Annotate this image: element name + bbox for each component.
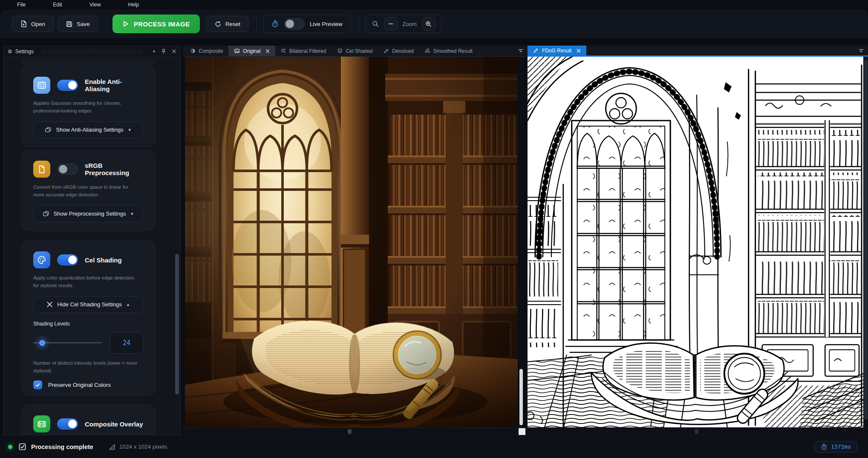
status-bar: Processing complete 1024 x 1024 pixels 1… (0, 435, 868, 458)
tab-composite[interactable]: Composite (185, 46, 228, 56)
mask-icon (337, 48, 343, 54)
toggle-knob (68, 81, 77, 89)
tab-overflow-icon[interactable] (518, 48, 524, 54)
center-vertical-scrollbar (519, 57, 524, 427)
smooth-icon (425, 48, 430, 54)
toolbar: Open Save PROCESS IMAGE Reset Li (0, 9, 868, 38)
slider-thumb[interactable] (39, 340, 45, 346)
zoom-group: Zoom (366, 14, 442, 33)
shading-levels-slider[interactable] (33, 342, 101, 343)
tab-overflow-icon[interactable] (858, 48, 864, 54)
tab-denoised[interactable]: Denoised (378, 46, 419, 56)
chevron-down-icon[interactable]: ▾ (153, 49, 155, 54)
zoom-label: Zoom (403, 21, 417, 27)
film-icon (33, 415, 50, 432)
settings-scrollbar-thumb[interactable] (175, 254, 179, 395)
fdog-result-canvas[interactable] (528, 57, 863, 427)
composite-overlay-title: Composite Overlay (85, 421, 143, 428)
zoom-in-button[interactable] (422, 17, 435, 31)
tab-cel-shaded[interactable]: Cel Shaded (332, 46, 378, 56)
settings-panel-title: Settings (15, 49, 34, 55)
open-label: Open (31, 21, 45, 27)
composite-overlay-toggle[interactable] (57, 418, 78, 429)
menu-file[interactable]: File (17, 2, 26, 8)
center-vertical-scrollbar-thumb[interactable] (519, 369, 523, 425)
zoom-out-button[interactable] (384, 17, 398, 31)
hide-cel-shading-settings-label: Hide Cel Shading Settings (57, 301, 122, 308)
tab-close-icon[interactable] (265, 49, 270, 53)
original-image-canvas[interactable] (185, 57, 518, 427)
toggle-knob (285, 20, 294, 28)
tab-bilateral-filtered[interactable]: Bilateral Filtered (275, 46, 332, 56)
toolbar-divider (257, 17, 257, 31)
anti-aliasing-card: Enable Anti-Aliasing Applies Gaussian sm… (21, 66, 156, 147)
shading-levels-description: Number of distinct intensity levels (low… (33, 359, 143, 375)
cel-shading-description: Apply color quantization before edge det… (33, 274, 141, 290)
right-horizontal-scrollbar-thumb[interactable] (695, 429, 698, 434)
show-preprocessing-settings-label: Show Preprocessing Settings (54, 210, 126, 217)
center-tabbar: Composite Original Bilateral Filtered Ce… (183, 46, 528, 57)
toggle-knob (59, 165, 67, 173)
caret-down-icon: ▼ (130, 212, 134, 216)
save-icon (66, 21, 72, 27)
live-preview-toggle[interactable] (284, 18, 305, 29)
stopwatch-icon (271, 20, 279, 28)
tab-original[interactable]: Original (228, 46, 275, 56)
magnifier-plus-icon (425, 21, 432, 27)
process-image-label: PROCESS IMAGE (134, 20, 190, 28)
pin-icon[interactable] (161, 49, 166, 54)
tab-label: Bilateral Filtered (289, 48, 326, 54)
shading-levels-label: Shading Levels (33, 321, 143, 327)
processing-time: 1372ms (831, 444, 851, 450)
cel-shading-toggle[interactable] (57, 254, 78, 265)
processing-time-pill: 1372ms (814, 441, 857, 452)
tab-label: Denoised (392, 48, 414, 54)
reset-label: Reset (225, 21, 240, 27)
menu-view[interactable]: View (89, 2, 101, 8)
pen-icon (384, 48, 389, 54)
process-image-button[interactable]: PROCESS IMAGE (112, 14, 200, 33)
anti-aliasing-description: Applies Gaussian smoothing for cleaner, … (33, 99, 141, 115)
status-checkbox-icon (19, 443, 26, 450)
right-tabbar: FDoG Result (528, 46, 868, 57)
check-icon (35, 382, 40, 388)
menu-edit[interactable]: Edit (53, 2, 62, 8)
anti-aliasing-title: Enable Anti-Aliasing (85, 78, 143, 92)
srgb-toggle[interactable] (57, 164, 78, 175)
reset-button[interactable]: Reset (206, 16, 249, 32)
menu-help[interactable]: Help (128, 2, 139, 8)
layers-icon (45, 127, 52, 133)
filter-magnifier-icon (281, 48, 286, 54)
cel-shading-card: Cel Shading Apply color quantization bef… (21, 241, 156, 395)
hide-cel-shading-settings-button[interactable]: Hide Cel Shading Settings ▲ (33, 296, 143, 313)
minus-icon (388, 21, 393, 26)
tab-close-icon[interactable] (577, 49, 581, 53)
open-button[interactable]: Open (12, 16, 54, 32)
status-green-dot (8, 445, 12, 449)
live-preview-label: Live Preview (310, 21, 343, 27)
x-icon (46, 301, 53, 308)
image-dimensions: 1024 x 1024 pixels (119, 444, 167, 450)
ruler-icon (109, 444, 115, 450)
center-horizontal-scrollbar-thumb[interactable] (348, 429, 352, 434)
settings-panel-body: Enable Anti-Aliasing Applies Gaussian sm… (4, 57, 180, 435)
save-label: Save (77, 21, 90, 27)
anti-aliasing-toggle[interactable] (57, 80, 78, 91)
status-message: Processing complete (31, 444, 93, 450)
save-button[interactable]: Save (58, 16, 98, 32)
show-anti-aliasing-settings-button[interactable]: Show Anti-Aliasing Settings ▼ (33, 121, 143, 138)
tab-fdog-result[interactable]: FDoG Result (528, 46, 586, 55)
composite-icon (190, 48, 196, 54)
preserve-colors-checkbox[interactable] (33, 380, 42, 389)
tab-smoothed-result[interactable]: Smoothed Result (419, 46, 478, 56)
play-icon (122, 20, 129, 27)
right-vertical-scrollbar-thumb[interactable] (864, 60, 868, 420)
caret-up-icon: ▲ (126, 302, 130, 307)
tab-label: FDoG Result (542, 48, 571, 54)
shading-levels-value[interactable]: 24 (110, 332, 143, 354)
tab-label: Composite (199, 48, 223, 54)
toggle-knob (68, 256, 77, 264)
close-icon[interactable] (172, 49, 176, 54)
show-preprocessing-settings-button[interactable]: Show Preprocessing Settings ▼ (33, 205, 143, 222)
center-horizontal-scrollbar (183, 427, 528, 435)
